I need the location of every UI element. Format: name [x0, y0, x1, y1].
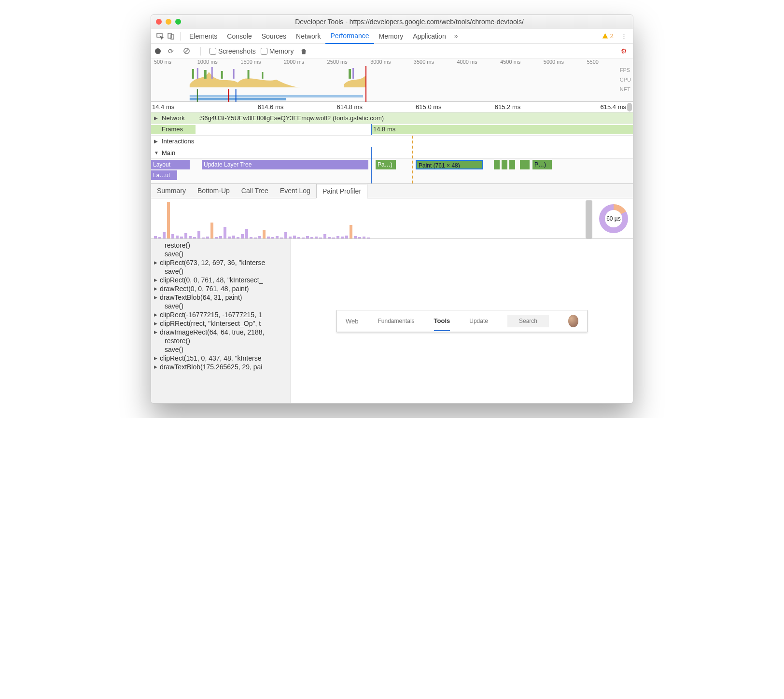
nav-updates[interactable]: Update [469, 318, 488, 324]
profiler-bar[interactable] [293, 236, 296, 239]
memory-checkbox[interactable]: Memory [261, 47, 294, 55]
draw-call-row[interactable]: restore() [151, 241, 291, 250]
nav-fundamentals[interactable]: Fundamentals [378, 318, 415, 324]
settings-gear-icon[interactable]: ⚙ [618, 46, 629, 56]
tab-elements[interactable]: Elements [184, 28, 222, 44]
profiler-bar[interactable] [250, 237, 252, 238]
tab-console[interactable]: Console [222, 28, 256, 44]
profiler-bar[interactable] [237, 237, 239, 238]
draw-call-row[interactable]: ▶drawTextBlob(64, 31, paint) [151, 293, 291, 302]
flame-chart[interactable]: Layout Update Layer Tree La…ut Pa…) Pain… [151, 159, 633, 184]
detail-tab-call-tree[interactable]: Call Tree [236, 184, 274, 198]
flame-layout-2[interactable]: La…ut [151, 170, 177, 180]
network-section[interactable]: ▶ Network :S6g4U3t-Y5UEw0lE80llgEseQY3FE… [151, 112, 633, 124]
tab-performance[interactable]: Performance [325, 28, 374, 44]
paint-profiler-chart[interactable]: 60 µs [151, 198, 633, 239]
profiler-bar[interactable] [206, 237, 209, 238]
flame-paint-selected[interactable]: Paint (761 × 48) [416, 160, 483, 169]
network-resource[interactable]: :S6g4U3t-Y5UEw0lE80llgEseQY3FEmqw.woff2 … [198, 114, 633, 122]
profiler-bar[interactable] [189, 236, 192, 238]
profiler-bar[interactable] [202, 238, 205, 238]
profiler-bar[interactable] [284, 232, 287, 238]
kebab-menu-icon[interactable]: ⋮ [618, 31, 629, 42]
profiler-bar[interactable] [350, 225, 352, 238]
flame-pa[interactable]: Pa…) [376, 160, 396, 169]
device-toggle-icon[interactable] [166, 31, 176, 42]
profiler-bar[interactable] [158, 237, 161, 238]
clear-icon[interactable] [181, 46, 192, 56]
draw-call-row[interactable]: save() [151, 267, 291, 276]
profiler-bar[interactable] [367, 238, 370, 238]
profiler-bar[interactable] [302, 238, 305, 238]
profiler-bar[interactable] [167, 202, 170, 238]
timeline-overview[interactable]: 500 ms1000 ms1500 ms2000 ms2500 ms3000 m… [151, 58, 633, 102]
screenshots-checkbox[interactable]: Screenshots [210, 47, 256, 55]
tab-memory[interactable]: Memory [374, 28, 408, 44]
profiler-bar[interactable] [180, 237, 183, 238]
draw-call-row[interactable]: ▶clipRect(673, 12, 697, 36, "kInterse [151, 258, 291, 267]
flame-layout[interactable]: Layout [151, 160, 190, 169]
draw-call-row[interactable]: restore() [151, 336, 291, 345]
h-scrollbar-thumb[interactable] [627, 103, 632, 112]
chart-scrollbar[interactable] [586, 200, 592, 238]
profiler-bar[interactable] [241, 234, 244, 238]
close-icon[interactable] [156, 19, 162, 25]
draw-call-row[interactable]: save() [151, 345, 291, 354]
interactions-section[interactable]: ▶ Interactions [151, 136, 633, 147]
draw-call-list[interactable]: restore()save()▶clipRect(673, 12, 697, 3… [151, 239, 291, 403]
profiler-bar[interactable] [315, 237, 318, 238]
nav-tools[interactable]: Tools [434, 317, 450, 331]
trash-icon[interactable] [298, 46, 309, 56]
zoom-icon[interactable] [175, 19, 181, 25]
profiler-bar[interactable] [323, 234, 326, 238]
detail-tab-event-log[interactable]: Event Log [274, 184, 316, 198]
record-button[interactable] [155, 48, 161, 54]
profiler-bar[interactable] [332, 238, 335, 238]
profiler-bar[interactable] [163, 232, 166, 238]
inspect-icon[interactable] [155, 31, 166, 42]
profiler-bar[interactable] [276, 236, 279, 238]
tab-network[interactable]: Network [291, 28, 325, 44]
profiler-bar[interactable] [219, 236, 222, 238]
reload-icon[interactable]: ⟳ [166, 46, 176, 56]
flame-update-layer-tree[interactable]: Update Layer Tree [202, 160, 368, 169]
frames-section[interactable]: Frames 14.8 ms [151, 124, 633, 136]
detail-tab-bottom-up[interactable]: Bottom-Up [192, 184, 236, 198]
draw-call-row[interactable]: save() [151, 250, 291, 258]
profiler-bar[interactable] [280, 238, 283, 238]
profiler-bar[interactable] [263, 230, 266, 238]
profiler-bar[interactable] [258, 236, 261, 238]
profiler-bar[interactable] [210, 223, 213, 238]
profiler-bar[interactable] [297, 237, 300, 238]
profiler-bar[interactable] [228, 237, 231, 238]
time-ruler[interactable]: 14.4 ms614.6 ms614.8 ms615.0 ms615.2 ms6… [151, 102, 633, 112]
profiler-bar[interactable] [319, 238, 322, 238]
more-tabs-icon[interactable]: » [451, 31, 462, 42]
profiler-bar[interactable] [363, 237, 365, 238]
profiler-bar[interactable] [306, 236, 309, 238]
profiler-bar[interactable] [336, 236, 339, 238]
profiler-bar[interactable] [289, 237, 292, 238]
profiler-bar[interactable] [154, 236, 157, 238]
profiler-bar[interactable] [345, 236, 348, 239]
tab-sources[interactable]: Sources [257, 28, 291, 44]
profiler-bar[interactable] [245, 229, 248, 238]
profiler-bar[interactable] [354, 236, 357, 238]
main-section[interactable]: ▼ Main [151, 147, 633, 159]
draw-call-row[interactable]: ▶drawRect(0, 0, 761, 48, paint) [151, 284, 291, 293]
detail-tab-paint-profiler[interactable]: Paint Profiler [316, 184, 367, 198]
avatar[interactable] [568, 315, 578, 327]
draw-call-row[interactable]: ▶clipRect(151, 0, 437, 48, "kInterse [151, 354, 291, 363]
draw-call-row[interactable]: ▶drawTextBlob(175.265625, 29, pai [151, 363, 291, 371]
profiler-bar[interactable] [184, 233, 187, 238]
profiler-bar[interactable] [215, 237, 218, 238]
draw-call-row[interactable]: ▶clipRect(0, 0, 761, 48, "kIntersect_ [151, 276, 291, 284]
profiler-bar[interactable] [328, 237, 331, 238]
profiler-bar[interactable] [310, 237, 313, 238]
profiler-bar[interactable] [224, 227, 226, 238]
detail-tab-summary[interactable]: Summary [151, 184, 192, 198]
minimize-icon[interactable] [166, 19, 171, 25]
draw-call-row[interactable]: ▶clipRRect(rrect, "kIntersect_Op", t [151, 319, 291, 328]
profiler-bar[interactable] [341, 237, 344, 238]
draw-call-row[interactable]: ▶clipRect(-16777215, -16777215, 1 [151, 310, 291, 319]
